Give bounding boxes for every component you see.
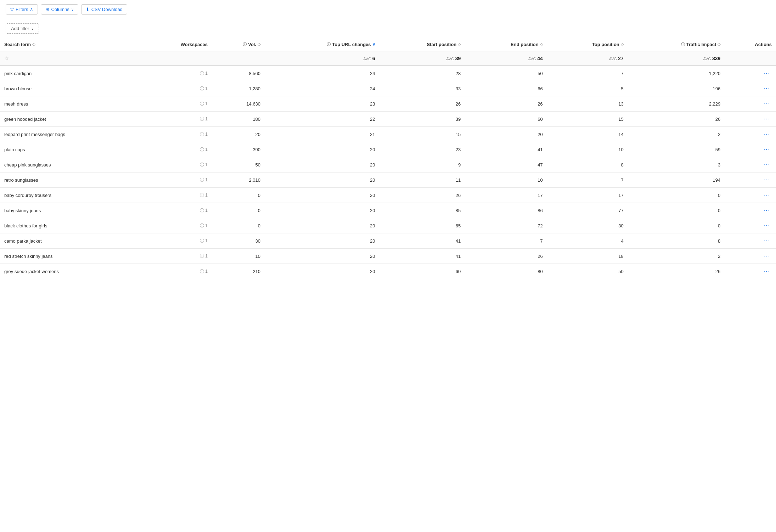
cell-traffic: 26 [628, 112, 725, 127]
cell-traffic: 1,220 [628, 66, 725, 81]
cell-workspaces: ⓘ 1 [140, 66, 212, 81]
col-actions-label: Actions [755, 42, 772, 47]
toolbar: ▽ Filters ∧ ⊞ Columns ∨ ⬇ CSV Download A… [0, 0, 776, 38]
cell-actions[interactable]: ··· [725, 66, 776, 81]
cell-workspaces: ⓘ 1 [140, 264, 212, 279]
cell-end-pos: 26 [465, 96, 547, 112]
cell-actions[interactable]: ··· [725, 157, 776, 172]
table-row: grey suede jacket womensⓘ 12102060805026… [0, 264, 776, 279]
actions-menu-button[interactable]: ··· [762, 161, 772, 169]
cell-end-pos: 26 [465, 249, 547, 264]
col-start-position[interactable]: Start position ◇ [379, 38, 465, 51]
table-row: brown blouseⓘ 11,2802433665196··· [0, 81, 776, 96]
col-vol[interactable]: ⓘ Vol. ◇ [212, 38, 265, 51]
actions-menu-button[interactable]: ··· [762, 176, 772, 184]
cell-actions[interactable]: ··· [725, 142, 776, 157]
col-workspaces[interactable]: Workspaces [140, 38, 212, 51]
cell-actions[interactable]: ··· [725, 233, 776, 249]
sort-url-icon: ∨ [372, 42, 375, 47]
csv-download-button[interactable]: ⬇ CSV Download [81, 4, 127, 15]
col-end-position[interactable]: End position ◇ [465, 38, 547, 51]
actions-menu-button[interactable]: ··· [762, 85, 772, 92]
avg-end-cell: AVG 44 [465, 51, 547, 66]
avg-top-cell: AVG 27 [547, 51, 628, 66]
table-row: leopard print messenger bagsⓘ 1202115201… [0, 127, 776, 142]
cell-top-pos: 14 [547, 127, 628, 142]
cell-top-pos: 7 [547, 172, 628, 188]
actions-menu-button[interactable]: ··· [762, 237, 772, 245]
actions-menu-button[interactable]: ··· [762, 130, 772, 138]
add-filter-chevron-icon: ∨ [31, 27, 34, 30]
cell-url-changes: 21 [265, 127, 379, 142]
cell-vol: 10 [212, 249, 265, 264]
sort-vol-icon: ◇ [258, 42, 260, 47]
info-traffic-icon: ⓘ [681, 42, 685, 47]
cell-start-pos: 23 [379, 142, 465, 157]
actions-menu-button[interactable]: ··· [762, 146, 772, 153]
cell-actions[interactable]: ··· [725, 172, 776, 188]
cell-start-pos: 11 [379, 172, 465, 188]
averages-row: ☆ AVG 6 AVG 39 AVG 44 AVG 27 AVG 339 [0, 51, 776, 66]
avg-vol-cell [212, 51, 265, 66]
actions-menu-button[interactable]: ··· [762, 252, 772, 260]
cell-traffic: 59 [628, 142, 725, 157]
col-search-term[interactable]: Search term ◇ [0, 38, 140, 51]
actions-menu-button[interactable]: ··· [762, 115, 772, 123]
filters-button[interactable]: ▽ Filters ∧ [6, 4, 38, 15]
avg-actions-cell [725, 51, 776, 66]
columns-chevron-icon: ∨ [71, 7, 74, 11]
cell-vol: 50 [212, 157, 265, 172]
cell-top-pos: 5 [547, 81, 628, 96]
table-row: green hooded jacketⓘ 11802239601526··· [0, 112, 776, 127]
add-filter-button[interactable]: Add filter ∨ [6, 23, 39, 34]
cell-top-pos: 30 [547, 218, 628, 233]
actions-menu-button[interactable]: ··· [762, 206, 772, 214]
cell-search-term: brown blouse [0, 81, 140, 96]
cell-end-pos: 41 [465, 142, 547, 157]
col-top-position[interactable]: Top position ◇ [547, 38, 628, 51]
cell-search-term: baby skinny jeans [0, 203, 140, 218]
cell-traffic: 196 [628, 81, 725, 96]
filters-label: Filters [16, 7, 28, 12]
columns-button[interactable]: ⊞ Columns ∨ [41, 4, 78, 15]
cell-traffic: 194 [628, 172, 725, 188]
cell-workspaces: ⓘ 1 [140, 233, 212, 249]
col-end-pos-label: End position [511, 42, 539, 47]
cell-actions[interactable]: ··· [725, 96, 776, 112]
cell-workspaces: ⓘ 1 [140, 203, 212, 218]
add-filter-label: Add filter [11, 26, 29, 31]
actions-menu-button[interactable]: ··· [762, 222, 772, 230]
actions-menu-button[interactable]: ··· [762, 100, 772, 108]
col-top-url-changes[interactable]: ⓘ Top URL changes ∨ [265, 38, 379, 51]
cell-url-changes: 20 [265, 142, 379, 157]
cell-start-pos: 26 [379, 188, 465, 203]
cell-vol: 20 [212, 127, 265, 142]
cell-actions[interactable]: ··· [725, 218, 776, 233]
col-search-term-label: Search term [4, 42, 31, 47]
cell-actions[interactable]: ··· [725, 264, 776, 279]
avg-url-cell: AVG 6 [265, 51, 379, 66]
cell-actions[interactable]: ··· [725, 249, 776, 264]
cell-actions[interactable]: ··· [725, 112, 776, 127]
cell-search-term: red stretch skinny jeans [0, 249, 140, 264]
cell-actions[interactable]: ··· [725, 188, 776, 203]
cell-vol: 0 [212, 188, 265, 203]
cell-start-pos: 65 [379, 218, 465, 233]
cell-actions[interactable]: ··· [725, 203, 776, 218]
actions-menu-button[interactable]: ··· [762, 191, 772, 199]
cell-actions[interactable]: ··· [725, 127, 776, 142]
cell-url-changes: 23 [265, 96, 379, 112]
cell-workspaces: ⓘ 1 [140, 249, 212, 264]
actions-menu-button[interactable]: ··· [762, 69, 772, 77]
cell-traffic: 0 [628, 203, 725, 218]
cell-url-changes: 20 [265, 188, 379, 203]
cell-actions[interactable]: ··· [725, 81, 776, 96]
avg-start-cell: AVG 39 [379, 51, 465, 66]
cell-start-pos: 39 [379, 112, 465, 127]
cell-vol: 0 [212, 218, 265, 233]
actions-menu-button[interactable]: ··· [762, 267, 772, 275]
col-traffic-impact[interactable]: ⓘ Traffic Impact ◇ [628, 38, 725, 51]
cell-search-term: cheap pink sunglasses [0, 157, 140, 172]
col-workspaces-label: Workspaces [181, 42, 208, 47]
cell-start-pos: 9 [379, 157, 465, 172]
